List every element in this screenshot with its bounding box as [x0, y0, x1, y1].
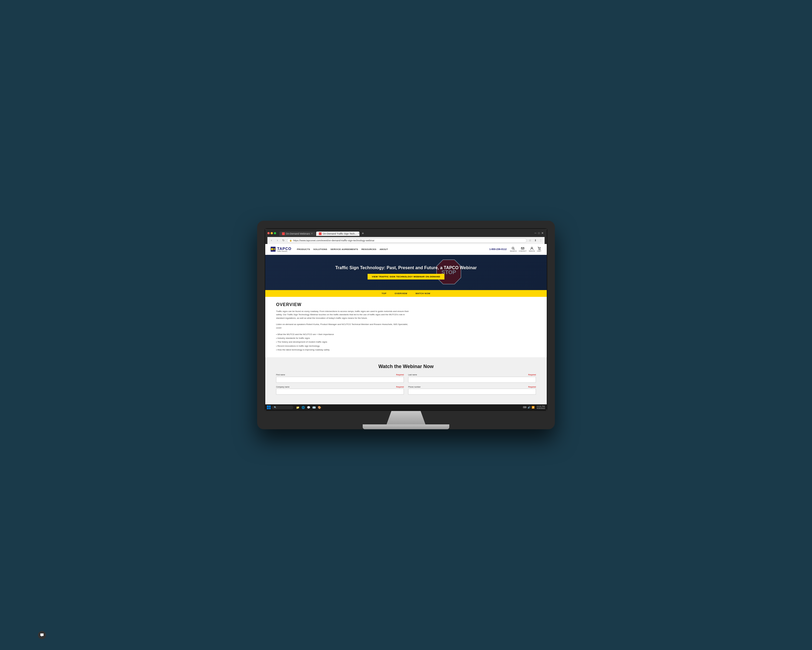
nav-service-agreements[interactable]: SERVICE AGREEMENTS	[330, 248, 358, 251]
tab-label-1: On-Demand Webinars	[286, 232, 310, 235]
nav-products[interactable]: PRODUCTS	[297, 248, 310, 251]
hero-title: Traffic Sign Technology: Past, Present a…	[335, 265, 477, 271]
search-nav-item[interactable]: SEARCH	[510, 247, 517, 252]
forward-button[interactable]: ›	[275, 238, 280, 243]
label-company-name: Company name Required	[276, 386, 404, 388]
extensions-icon[interactable]: ⋮	[539, 238, 543, 243]
logo-area: TAPCO Safe travels.	[271, 246, 292, 252]
watch-section: Watch the Webinar Now First name Require…	[265, 357, 547, 404]
sign-in-icon	[530, 247, 533, 250]
taskbar-right: ⌨ 🔊 📶 12:01 PM 4/20/2022	[523, 405, 545, 409]
taskbar-icon-1[interactable]: 📁	[296, 405, 300, 410]
required-phone-number: Required	[528, 386, 536, 388]
bookmark-icon[interactable]: ☆	[528, 238, 532, 243]
overview-title: OVERVIEW	[276, 302, 536, 307]
lock-icon: 🔒	[289, 239, 292, 242]
field-phone-number: Phone number Required	[408, 386, 536, 395]
toolbar-icons: ☆ ⬇ ⋮	[528, 238, 543, 243]
svg-line-4	[514, 249, 514, 249]
nav-links: PRODUCTS SOLUTIONS SERVICE AGREEMENTS RE…	[297, 248, 388, 251]
yellow-nav-watch[interactable]: WATCH NOW	[415, 292, 430, 295]
tray-icon-3: 📶	[531, 406, 534, 409]
browser-titlebar: On-Demand Webinars ✕ On-Demand Traffic S…	[267, 231, 545, 236]
required-last-name: Required	[528, 374, 536, 376]
cart-icon	[537, 247, 541, 250]
search-label: SEARCH	[510, 250, 517, 252]
taskbar-date: 4/20/2022	[537, 407, 545, 409]
taskbar-tray: ⌨ 🔊 📶	[523, 406, 534, 409]
tab-favicon-2	[319, 232, 322, 235]
website: TAPCO Safe travels. PRODUCTS SOLUTIONS S…	[265, 244, 547, 411]
minimize-window[interactable]: ─	[534, 232, 536, 234]
maximize-window[interactable]: □	[538, 232, 540, 234]
browser-tab-1[interactable]: On-Demand Webinars ✕	[279, 232, 316, 236]
contact-icon	[521, 247, 524, 250]
monitor-stand	[382, 411, 430, 424]
form-row-2: Company name Required Phone number Requi…	[276, 386, 536, 395]
dot-close[interactable]	[267, 232, 270, 234]
cart-nav-item[interactable]: CART	[537, 247, 541, 252]
logo-icon	[271, 247, 276, 252]
svg-point-7	[539, 249, 539, 250]
browser-chrome: On-Demand Webinars ✕ On-Demand Traffic S…	[265, 229, 547, 244]
download-icon[interactable]: ⬇	[533, 238, 537, 243]
hero-content: Traffic Sign Technology: Past, Present a…	[335, 265, 477, 280]
bullet-2: Industry standards for traffic signs	[276, 336, 536, 340]
taskbar-icon-4[interactable]: 📧	[312, 405, 316, 410]
contact-nav-item[interactable]: CONTACT	[519, 247, 527, 252]
bullet-4: Recent innovations in traffic sign techn…	[276, 344, 536, 348]
yellow-nav-top[interactable]: TOP	[382, 292, 386, 295]
dot-maximize[interactable]	[274, 232, 276, 234]
monitor-screen: On-Demand Webinars ✕ On-Demand Traffic S…	[265, 228, 547, 411]
monitor-base	[363, 424, 449, 429]
new-tab-button[interactable]: +	[360, 231, 365, 236]
dot-minimize[interactable]	[271, 232, 273, 234]
input-company-name[interactable]	[276, 388, 404, 395]
svg-rect-2	[273, 248, 275, 250]
field-last-name: Last name Required	[408, 374, 536, 383]
input-first-name[interactable]	[276, 377, 404, 383]
phone-number: 1-800-236-0112	[489, 248, 507, 251]
site-nav: TAPCO Safe travels. PRODUCTS SOLUTIONS S…	[265, 244, 547, 255]
logo-text-area: TAPCO Safe travels.	[277, 246, 292, 252]
chat-bubble[interactable]	[38, 631, 46, 639]
nav-right: 1-800-236-0112 SEARCH	[489, 247, 541, 252]
signin-nav-item[interactable]: SIGN IN	[529, 247, 534, 252]
taskbar: 📁 🌐 💬 📧 🎨 ⌨ 🔊 📶 12:01 PM 4/20/2022	[265, 404, 547, 410]
svg-point-3	[512, 247, 514, 249]
input-phone-number[interactable]	[408, 388, 536, 395]
tab-close-1[interactable]: ✕	[311, 232, 313, 235]
tab-close-2[interactable]: ✕	[358, 232, 360, 235]
overview-listen-intro: Listen on-demand as speakers Robert Kurk…	[276, 323, 411, 330]
tab-favicon-1	[282, 232, 285, 235]
address-bar[interactable]: 🔒 https://www.tapconet.com/event/on-dema…	[287, 238, 527, 243]
bullet-3: The history and development of modern tr…	[276, 340, 536, 344]
required-company-name: Required	[396, 386, 404, 388]
bullet-1: What the MUTCD and the NCUTCO are + thei…	[276, 333, 536, 336]
reload-button[interactable]: ↻	[281, 238, 286, 243]
close-window[interactable]: ✕	[541, 232, 543, 234]
taskbar-search-input[interactable]	[272, 406, 293, 409]
watch-title: Watch the Webinar Now	[276, 364, 536, 369]
signin-label: SIGN IN	[529, 250, 534, 252]
taskbar-icons-row: 📁 🌐 💬 📧 🎨	[296, 405, 322, 410]
yellow-nav-overview[interactable]: OVERVIEW	[395, 292, 408, 295]
nav-about[interactable]: ABOUT	[380, 248, 388, 251]
svg-point-6	[531, 247, 533, 248]
taskbar-icon-2[interactable]: 🌐	[301, 405, 305, 410]
back-button[interactable]: ‹	[269, 238, 274, 243]
nav-icons: SEARCH CONTACT	[510, 247, 541, 252]
tab-label-2: On-Demand Traffic Sign Tech...	[323, 232, 356, 235]
nav-solutions[interactable]: SOLUTIONS	[313, 248, 327, 251]
browser-tab-2[interactable]: On-Demand Traffic Sign Tech... ✕	[316, 232, 359, 236]
start-button[interactable]	[267, 405, 271, 409]
url-text: https://www.tapconet.com/event/on-demand…	[293, 239, 375, 242]
input-last-name[interactable]	[408, 377, 536, 383]
taskbar-time: 12:01 PM	[537, 405, 545, 407]
nav-resources[interactable]: RESOURCES	[361, 248, 376, 251]
taskbar-icon-3[interactable]: 💬	[307, 405, 311, 410]
overview-bullets: What the MUTCD and the NCUTCO are + thei…	[276, 333, 536, 352]
hero-cta-button[interactable]: VIEW TRAFFIC SIGN TECHNOLOGY WEBINAR ON-…	[368, 274, 445, 280]
cart-label: CART	[537, 250, 541, 252]
taskbar-icon-5[interactable]: 🎨	[317, 405, 322, 410]
